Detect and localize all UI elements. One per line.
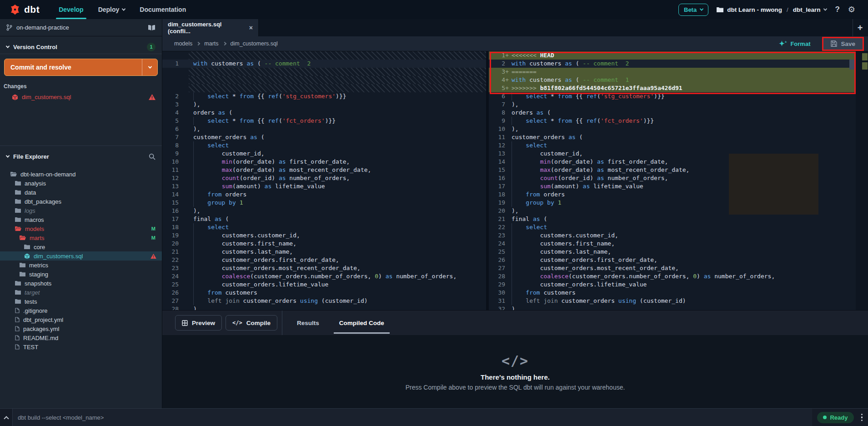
preview-button[interactable]: Preview bbox=[175, 315, 222, 331]
changed-file-row[interactable]: dim_customers.sql bbox=[0, 92, 162, 102]
tab-compiled-code[interactable]: Compiled Code bbox=[329, 311, 394, 336]
line-number: 25 bbox=[162, 281, 189, 289]
code-line: 28 coalesce(customer_orders.number_of_or… bbox=[489, 272, 856, 281]
new-tab-button[interactable]: + bbox=[853, 19, 867, 36]
commit-options-dropdown[interactable] bbox=[142, 59, 157, 75]
line-number: 20 bbox=[489, 207, 509, 215]
code-line: 9 select * from {{ ref('fct_orders')}} bbox=[489, 117, 856, 125]
overlay-rectangle bbox=[729, 154, 818, 215]
kebab-menu-icon[interactable] bbox=[861, 414, 868, 421]
line-content: >>>>>>> b81f802a66fd544504c65721e3ffaaa9… bbox=[509, 84, 856, 92]
command-input[interactable] bbox=[13, 414, 812, 421]
tree-item--gitignore[interactable]: .gitignore bbox=[0, 306, 162, 315]
chevron-down-icon bbox=[823, 7, 827, 10]
code-line: 12 count(order_id) as number_of_orders, bbox=[162, 174, 486, 182]
line-number: 32 bbox=[489, 305, 509, 310]
code-line: 28 ) bbox=[162, 305, 486, 310]
git-branch-selector[interactable]: on-demand-practice bbox=[0, 19, 162, 36]
compile-button[interactable]: </> Compile bbox=[226, 315, 277, 331]
help-icon[interactable]: ? bbox=[835, 5, 839, 14]
folder-icon bbox=[15, 217, 21, 222]
line-number: 6 bbox=[489, 92, 509, 100]
tree-item-analysis[interactable]: analysis bbox=[0, 179, 162, 188]
code-line: 11 max(order_date) as most_recent_order_… bbox=[162, 166, 486, 174]
dbt-logo[interactable]: dbt bbox=[0, 0, 51, 19]
tree-item-dbt-learn-on-demand[interactable]: dbt-learn-on-demand bbox=[0, 170, 162, 179]
code-line: 27 customer_orders.most_recent_order_dat… bbox=[489, 264, 856, 272]
tree-item-tests[interactable]: tests bbox=[0, 297, 162, 306]
line-number: 18 bbox=[162, 223, 189, 231]
file-explorer-header[interactable]: File Explorer bbox=[0, 150, 162, 163]
line-content: from orders bbox=[189, 190, 486, 199]
nav-develop[interactable]: Develop bbox=[51, 0, 90, 19]
tree-item-models[interactable]: modelsM bbox=[0, 224, 162, 233]
line-content bbox=[189, 51, 486, 60]
line-number: 11 bbox=[162, 166, 189, 174]
docs-book-icon[interactable] bbox=[148, 25, 156, 30]
chevron-down-icon bbox=[148, 65, 151, 68]
gear-icon[interactable]: ⚙ bbox=[848, 5, 855, 15]
chevron-right-icon bbox=[222, 42, 226, 45]
tree-item-macros[interactable]: macros bbox=[0, 215, 162, 224]
code-line: 22 select bbox=[489, 223, 856, 231]
line-number: 6 bbox=[162, 125, 189, 133]
line-number: 16 bbox=[162, 207, 189, 215]
tree-item-metrics[interactable]: metrics bbox=[0, 261, 162, 270]
tab-results[interactable]: Results bbox=[287, 311, 329, 336]
filler-row bbox=[162, 51, 486, 60]
line-number: 7 bbox=[489, 100, 509, 109]
line-number: 23 bbox=[162, 264, 189, 272]
tree-item-test[interactable]: TEST bbox=[0, 342, 162, 351]
breadcrumb-models[interactable]: models bbox=[174, 40, 192, 47]
line-number: 20 bbox=[162, 240, 189, 248]
tree-item-label: tests bbox=[25, 298, 37, 305]
folder-icon bbox=[15, 281, 21, 286]
code-line: 3 ), bbox=[162, 100, 486, 109]
expand-panel-button[interactable] bbox=[0, 416, 12, 419]
close-icon[interactable]: × bbox=[249, 24, 253, 31]
line-number: 3 bbox=[162, 100, 189, 109]
account-name: dbt Learn - mwong bbox=[727, 6, 782, 13]
nav-deploy[interactable]: Deploy bbox=[91, 0, 133, 19]
beta-dropdown[interactable]: Beta bbox=[678, 4, 708, 16]
code-line: 15 group by 1 bbox=[162, 199, 486, 207]
line-number: 22 bbox=[162, 256, 189, 264]
line-number: 11 bbox=[489, 133, 509, 141]
line-content: orders as ( bbox=[189, 109, 486, 117]
line-content: select * from {{ ref('stg_customers')}} bbox=[189, 92, 486, 100]
tree-item-snapshots[interactable]: snapshots bbox=[0, 279, 162, 288]
nav-documentation[interactable]: Documentation bbox=[132, 0, 193, 19]
tree-item-data[interactable]: data bbox=[0, 188, 162, 197]
tree-item-logs[interactable]: logs bbox=[0, 206, 162, 215]
tree-item-packages-yml[interactable]: packages.yml bbox=[0, 324, 162, 333]
filler-row bbox=[162, 76, 486, 84]
tree-item-dim-customers-sql[interactable]: dim_customers.sql bbox=[0, 251, 162, 261]
overview-ruler[interactable] bbox=[856, 51, 868, 310]
breadcrumb-marts[interactable]: marts bbox=[204, 40, 218, 47]
project-selector[interactable]: dbt Learn - mwong / dbt_learn bbox=[717, 6, 827, 13]
breadcrumb-file[interactable]: dim_customers.sql bbox=[231, 40, 278, 47]
chevron-down-icon bbox=[6, 44, 10, 48]
commit-and-resolve-button[interactable]: Commit and resolve bbox=[4, 59, 158, 76]
line-number: 16 bbox=[489, 174, 509, 182]
line-content: min(order_date) as first_order_date, bbox=[189, 158, 486, 166]
tree-item-marts[interactable]: martsM bbox=[0, 233, 162, 242]
line-content: final as ( bbox=[509, 215, 856, 223]
scrollbar-thumb[interactable] bbox=[849, 60, 856, 70]
tree-item-label: .gitignore bbox=[23, 307, 47, 314]
tree-item-core[interactable]: core bbox=[0, 242, 162, 251]
version-control-header[interactable]: Version Control 1 bbox=[0, 40, 162, 54]
code-line: 23 customer_orders.most_recent_order_dat… bbox=[162, 264, 486, 272]
editor-pane-current[interactable]: 1 with customers as ( -- comment 22 sele… bbox=[162, 51, 486, 310]
line-content: with customers as ( -- comment 2 bbox=[509, 60, 856, 68]
tree-item-readme-md[interactable]: README.md bbox=[0, 333, 162, 342]
tree-item-dbt-packages[interactable]: dbt_packages bbox=[0, 197, 162, 206]
tree-item-dbt-project-yml[interactable]: dbt_project.yml bbox=[0, 315, 162, 324]
save-button[interactable]: Save bbox=[823, 38, 863, 50]
tab-dim-customers[interactable]: dim_customers.sql (confli... × bbox=[162, 19, 259, 36]
format-button[interactable]: ✦+ Format bbox=[779, 40, 810, 48]
tree-item-staging[interactable]: staging bbox=[0, 270, 162, 279]
changes-label: Changes bbox=[0, 76, 162, 92]
tree-item-target[interactable]: target bbox=[0, 288, 162, 297]
search-icon[interactable] bbox=[149, 153, 156, 160]
